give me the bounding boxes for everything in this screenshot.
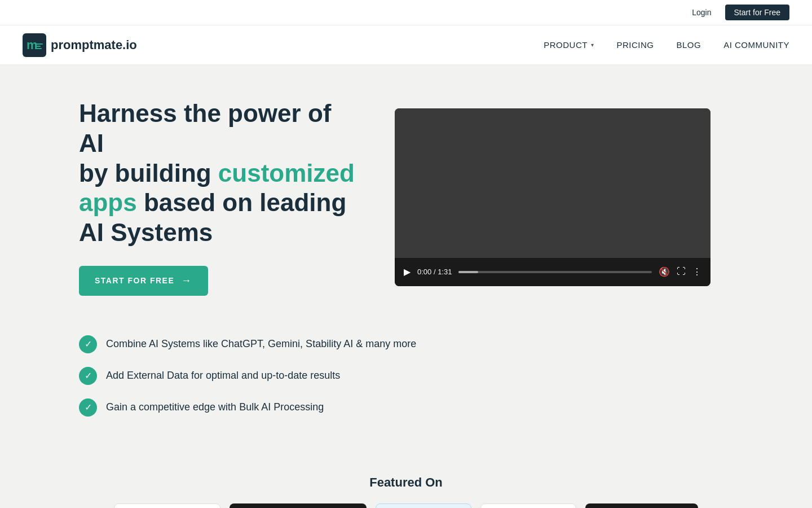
svg-rect-2 xyxy=(35,43,43,45)
svg-text:m: m xyxy=(27,38,38,52)
video-controls: ▶ 0:00 / 1:31 🔇 ⛶ ⋮ xyxy=(395,258,710,286)
start-for-free-button[interactable]: START FOR FREE → xyxy=(79,266,208,296)
video-content xyxy=(395,108,710,258)
start-free-top-button[interactable]: Start for Free xyxy=(725,5,789,20)
fullscreen-icon[interactable]: ⛶ xyxy=(677,266,686,277)
feature-text-2: Add External Data for optimal and up-to-… xyxy=(106,370,340,382)
check-icon-3: ✓ xyxy=(79,398,97,417)
feature-text-1: Combine AI Systems like ChatGPT, Gemini,… xyxy=(106,338,416,350)
progress-bar[interactable] xyxy=(458,271,652,273)
badge-openfuture[interactable]: ○ FIND US ON Openfuture ▲ 2 xyxy=(376,503,471,508)
logo-text: promptmate.io xyxy=(51,38,137,52)
feature-text-3: Gain a competitive edge with Bulk AI Pro… xyxy=(106,401,324,413)
hero-left: Harness the power of AI by building cust… xyxy=(79,99,361,296)
more-options-icon[interactable]: ⋮ xyxy=(692,266,701,277)
check-icon-1: ✓ xyxy=(79,335,97,353)
nav-item-product[interactable]: PRODUCT ▾ xyxy=(544,40,594,50)
featured-title: Featured On xyxy=(45,475,767,490)
progress-fill xyxy=(458,271,478,273)
logo-icon: m xyxy=(23,33,46,57)
features-section: ✓ Combine AI Systems like ChatGPT, Gemin… xyxy=(0,318,812,458)
hero-heading: Harness the power of AI by building cust… xyxy=(79,99,361,248)
check-icon-2: ✓ xyxy=(79,367,97,385)
nav-link-pricing[interactable]: PRICING xyxy=(616,40,654,50)
login-link[interactable]: Login xyxy=(692,8,711,17)
feature-item-3: ✓ Gain a competitive edge with Bulk AI P… xyxy=(79,398,733,417)
nav-link-product[interactable]: PRODUCT ▾ xyxy=(544,40,594,50)
svg-rect-3 xyxy=(35,46,41,47)
featured-section: Featured On P FEATURED ON Product Hunt ▲… xyxy=(0,458,812,508)
badge-foundr[interactable]: f FEATURED ON Foundr ♥ 0 xyxy=(585,503,698,508)
nav-links: PRODUCT ▾ PRICING BLOG AI COMMUNITY xyxy=(544,40,789,50)
video-player[interactable]: ▶ 0:00 / 1:31 🔇 ⛶ ⋮ xyxy=(395,108,710,286)
feature-item-2: ✓ Add External Data for optimal and up-t… xyxy=(79,367,733,385)
badge-gpttool[interactable]: G Featured on ★★★★★ 4.9 GPTtool xyxy=(480,503,576,508)
main-nav: m promptmate.io PRODUCT ▾ PRICING BLOG A… xyxy=(0,25,812,65)
badge-product-hunt[interactable]: P FEATURED ON Product Hunt ▲ 63 xyxy=(114,503,220,508)
nav-item-blog[interactable]: BLOG xyxy=(676,40,701,50)
nav-link-ai-community[interactable]: AI COMMUNITY xyxy=(723,40,789,50)
aithat-inner: A FEATURED ON THERE'S AN AI FOR THAT xyxy=(230,503,367,508)
play-button[interactable]: ▶ xyxy=(404,266,411,277)
nav-item-pricing[interactable]: PRICING xyxy=(616,40,654,50)
nav-item-ai-community[interactable]: AI COMMUNITY xyxy=(723,40,789,50)
top-bar: Login Start for Free xyxy=(0,0,812,25)
hero-right: ▶ 0:00 / 1:31 🔇 ⛶ ⋮ xyxy=(395,108,733,286)
svg-rect-4 xyxy=(35,48,42,49)
chevron-down-icon: ▾ xyxy=(591,42,594,48)
arrow-right-icon: → xyxy=(181,275,192,287)
nav-link-blog[interactable]: BLOG xyxy=(676,40,701,50)
mute-icon[interactable]: 🔇 xyxy=(659,266,670,277)
logo[interactable]: m promptmate.io xyxy=(23,33,137,57)
hero-section: Harness the power of AI by building cust… xyxy=(0,65,812,318)
video-icon-group: 🔇 ⛶ ⋮ xyxy=(659,266,701,277)
feature-item-1: ✓ Combine AI Systems like ChatGPT, Gemin… xyxy=(79,335,733,353)
video-time: 0:00 / 1:31 xyxy=(417,268,452,276)
badge-aithat[interactable]: A FEATURED ON THERE'S AN AI FOR THAT xyxy=(230,503,367,508)
featured-badges: P FEATURED ON Product Hunt ▲ 63 A FEATUR… xyxy=(45,503,767,508)
